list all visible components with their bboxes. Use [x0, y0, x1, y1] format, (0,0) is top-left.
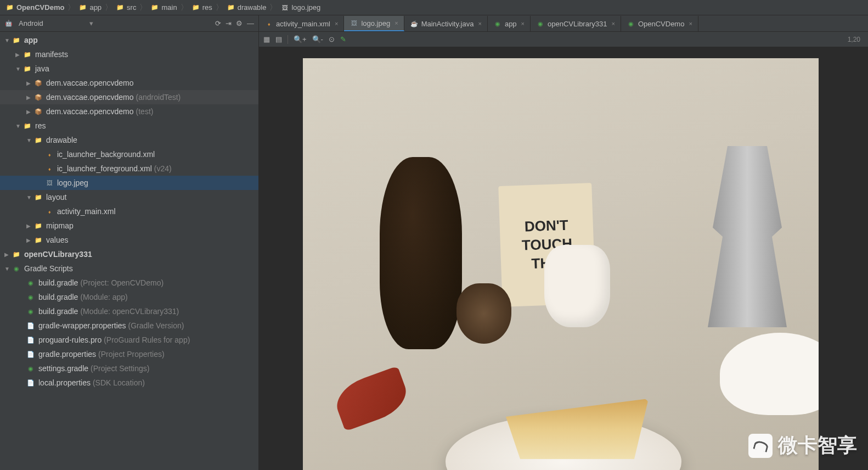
tree-bg-project[interactable]: ◉build.gradle(Project: OpenCVDemo)	[0, 276, 258, 290]
folder-icon: 📁	[116, 3, 125, 12]
tab-ocvlib[interactable]: ◉openCVLibrary331×	[531, 16, 621, 31]
xml-icon: ⬧	[45, 164, 54, 173]
view-mode-selector[interactable]: 🤖 Android ▾	[4, 19, 93, 28]
arrow-right-icon: ▶	[26, 237, 34, 243]
tree-proguard[interactable]: 📄proguard-rules.pro(ProGuard Rules for a…	[0, 333, 258, 347]
photo-pinecone	[456, 283, 511, 344]
grid-icon[interactable]: ▤	[275, 35, 282, 43]
tree-java[interactable]: ▼📁java	[0, 61, 258, 76]
chevron-right-icon: 〉	[139, 3, 147, 13]
folder-icon: 📁	[150, 3, 159, 12]
file-icon: 📄	[26, 335, 35, 344]
module-icon: 📁	[12, 36, 21, 44]
tree-bg-app[interactable]: ◉build.gradle(Module: app)	[0, 290, 258, 304]
chevron-right-icon: 〉	[269, 3, 277, 13]
tree-bg-ocv[interactable]: ◉build.gradle(Module: openCVLibrary331)	[0, 304, 258, 318]
image-icon: 🖼	[350, 19, 358, 27]
tree-layout[interactable]: ▼📁layout	[0, 190, 258, 204]
tree-pkg3[interactable]: ▶📦dem.vaccae.opencvdemo(test)	[0, 104, 258, 119]
package-icon: 📦	[34, 93, 43, 102]
close-icon[interactable]: ×	[689, 20, 692, 27]
tree-ic-fg[interactable]: ⬧ic_launcher_foreground.xml(v24)	[0, 161, 258, 176]
folder-icon: 📁	[34, 221, 43, 230]
properties-icon: 📄	[26, 350, 35, 359]
crumb-src[interactable]: 📁src	[114, 3, 138, 12]
tree-pkg2[interactable]: ▶📦dem.vaccae.opencvdemo(androidTest)	[0, 90, 258, 104]
tree-manifests[interactable]: ▶📁manifests	[0, 47, 258, 61]
tab-activity-main[interactable]: ⬧activity_main.xml×	[259, 16, 344, 31]
gradle-icon: ◉	[536, 19, 545, 28]
sync-icon[interactable]: ⟳	[215, 19, 221, 27]
crumb-drawable[interactable]: 📁drawable	[224, 3, 269, 12]
android-icon: 🤖	[4, 19, 13, 28]
tree-local[interactable]: 📄local.properties(SDK Location)	[0, 376, 258, 390]
zoom-out-icon[interactable]: 🔍-	[312, 35, 323, 43]
photo-flowers	[336, 58, 544, 168]
zoom-fit-icon[interactable]: ⊙	[329, 35, 335, 43]
gradle-icon: ◉	[627, 19, 635, 28]
tree-settings[interactable]: ◉settings.gradle(Project Settings)	[0, 361, 258, 376]
hide-icon[interactable]: —	[247, 19, 254, 27]
chevron-right-icon: 〉	[105, 3, 112, 13]
tree-wrapper[interactable]: 📄gradle-wrapper.properties(Gradle Versio…	[0, 318, 258, 333]
arrow-down-icon: ▼	[26, 137, 34, 143]
image-toolbar: ▦ ▤ 🔍+ 🔍- ⊙ ✎ 1,20	[259, 32, 868, 47]
tree-app[interactable]: ▼📁app	[0, 33, 258, 47]
tree-gradle-props[interactable]: 📄gradle.properties(Project Properties)	[0, 347, 258, 361]
photo-pie	[506, 399, 649, 459]
tree-gradle-scripts[interactable]: ▼◉Gradle Scripts	[0, 261, 258, 276]
tree-drawable[interactable]: ▼📁drawable	[0, 133, 258, 147]
package-icon: 📦	[34, 107, 43, 116]
arrow-right-icon: ▶	[26, 80, 34, 86]
crumb-main[interactable]: 📁main	[148, 3, 179, 12]
tree-logo[interactable]: 🖼logo.jpeg	[0, 176, 258, 190]
tree-ic-bg[interactable]: ⬧ic_launcher_background.xml	[0, 147, 258, 161]
chevron-down-icon: ▾	[89, 19, 93, 27]
editor-tab-bar: ⬧activity_main.xml× 🖼logo.jpeg× ☕MainAct…	[259, 15, 868, 32]
collapse-icon[interactable]: ⇥	[226, 19, 232, 27]
close-icon[interactable]: ×	[611, 20, 615, 27]
color-picker-icon[interactable]: ✎	[340, 35, 346, 43]
tab-mainactivity[interactable]: ☕MainActivity.java×	[404, 16, 488, 31]
checker-bg-icon[interactable]: ▦	[263, 35, 270, 43]
crumb-file[interactable]: 🖼logo.jpeg	[278, 3, 323, 12]
zoom-in-icon[interactable]: 🔍+	[294, 35, 307, 43]
arrow-down-icon: ▼	[4, 37, 12, 43]
watermark: 微卡智享	[748, 432, 857, 459]
close-icon[interactable]: ×	[478, 20, 481, 27]
crumb-app[interactable]: 📁app	[76, 3, 104, 12]
close-icon[interactable]: ×	[394, 20, 398, 26]
xml-icon: ⬧	[264, 19, 273, 28]
photo-pitcher	[544, 245, 610, 327]
tab-logo[interactable]: 🖼logo.jpeg×	[344, 16, 404, 31]
tree-pkg1[interactable]: ▶📦dem.vaccae.opencvdemo	[0, 76, 258, 90]
project-sidebar: 🤖 Android ▾ ⟳ ⇥ ⚙ — ▼📁app ▶📁manifests ▼📁…	[0, 15, 259, 470]
wechat-icon	[748, 434, 773, 458]
folder-icon: 📁	[23, 50, 32, 59]
image-icon: 🖼	[280, 3, 289, 12]
folder-icon: 📁	[227, 3, 235, 12]
module-icon: 📁	[5, 3, 14, 12]
tab-app[interactable]: ◉app×	[488, 16, 531, 31]
crumb-res[interactable]: 📁res	[189, 3, 215, 12]
properties-icon: 📄	[26, 321, 35, 330]
gradle-icon: ◉	[493, 19, 502, 28]
tree-res[interactable]: ▼📁res	[0, 119, 258, 133]
tree-activity-main[interactable]: ⬧activity_main.xml	[0, 204, 258, 219]
xml-icon: ⬧	[45, 150, 54, 159]
tab-opencvdemo[interactable]: ◉OpenCVDemo×	[621, 16, 698, 31]
gradle-icon: ◉	[26, 307, 35, 316]
java-icon: ☕	[410, 19, 419, 28]
crumb-project[interactable]: 📁OpenCVDemo	[3, 3, 66, 12]
gear-icon[interactable]: ⚙	[236, 19, 243, 27]
folder-icon: 📁	[191, 3, 200, 12]
image-canvas[interactable]: DON'T TOUCH THIS 微卡智享	[259, 47, 868, 470]
close-icon[interactable]: ×	[335, 20, 338, 27]
tree-mipmap[interactable]: ▶📁mipmap	[0, 219, 258, 233]
arrow-right-icon: ▶	[26, 109, 34, 115]
tree-values[interactable]: ▶📁values	[0, 233, 258, 247]
arrow-right-icon: ▶	[15, 52, 23, 58]
tree-ocvlib[interactable]: ▶📁openCVLibrary331	[0, 247, 258, 261]
gradle-icon: ◉	[26, 278, 35, 287]
close-icon[interactable]: ×	[521, 20, 525, 27]
